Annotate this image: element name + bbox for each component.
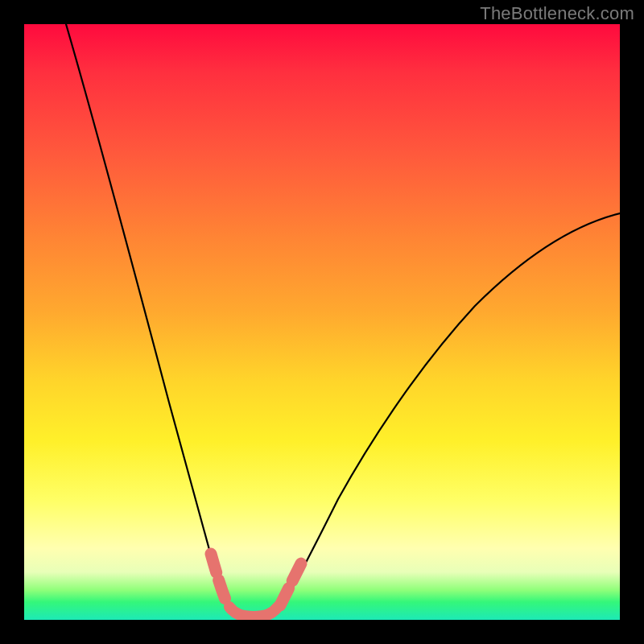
highlight-right-worm bbox=[280, 564, 301, 605]
watermark-text: TheBottleneck.com bbox=[480, 3, 634, 24]
chart-frame: TheBottleneck.com bbox=[0, 0, 644, 644]
chart-plot-area bbox=[24, 24, 620, 620]
highlight-left-worm bbox=[211, 554, 228, 605]
highlight-valley-floor bbox=[229, 607, 278, 617]
curve-right-branch bbox=[266, 213, 620, 616]
curve-left-branch bbox=[66, 24, 242, 616]
chart-svg bbox=[24, 24, 620, 620]
